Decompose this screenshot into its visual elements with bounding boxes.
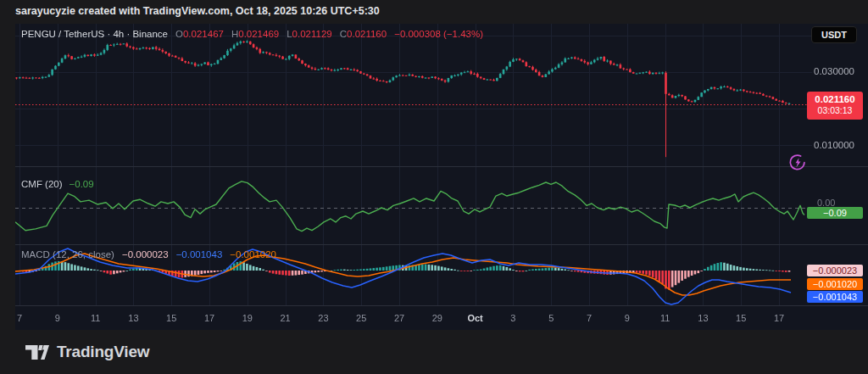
main-legend: PENGU / TetherUS · 4h · Binance O 0.0214… — [21, 29, 483, 39]
open-label: O — [175, 29, 183, 39]
time-tick: 11 — [660, 313, 670, 323]
time-tick: 13 — [698, 313, 708, 323]
tradingview-logo[interactable]: TradingView — [25, 343, 149, 361]
low-value: 0.021129 — [292, 29, 332, 39]
high-label: H — [231, 29, 238, 39]
tradingview-logo-icon — [25, 345, 49, 360]
close-value: 0.021160 — [347, 29, 387, 39]
time-tick: 9 — [55, 313, 60, 323]
attribution-text: sarayucyzie created with TradingView.com… — [15, 5, 380, 17]
attribution-bar: sarayucyzie created with TradingView.com… — [0, 0, 868, 24]
time-tick: 29 — [432, 313, 442, 323]
price-tick-bottom: 0.010000 — [814, 140, 854, 150]
close-label: C — [340, 29, 347, 39]
open-value: 0.021467 — [183, 29, 224, 39]
cmf-badge: −0.09 — [807, 207, 863, 219]
time-tick: 7 — [17, 313, 22, 323]
time-tick: 23 — [318, 313, 328, 323]
time-tick: 19 — [242, 313, 253, 323]
time-tick: 3 — [510, 313, 515, 323]
cmf-legend: CMF (20) −0.09 — [21, 179, 94, 189]
bar-countdown: 03:03:13 — [807, 105, 863, 116]
high-value: 0.021469 — [238, 29, 279, 39]
chart-canvas[interactable] — [15, 24, 868, 330]
time-tick: 13 — [128, 313, 138, 323]
chart-panel: PENGU / TetherUS · 4h · Binance O 0.0214… — [15, 24, 868, 330]
symbol-title[interactable]: PENGU / TetherUS · 4h · Binance — [21, 29, 168, 39]
macd-label[interactable]: MACD (12, 26, close) — [21, 249, 114, 260]
time-tick: 27 — [394, 313, 404, 323]
footer: TradingView — [0, 330, 868, 374]
time-tick: 17 — [774, 313, 784, 323]
time-tick: 9 — [625, 313, 630, 323]
boost-icon[interactable] — [788, 154, 807, 172]
macd-line-badge: −0.001043 — [807, 291, 863, 303]
time-axis[interactable]: 7911131517192123252729Oct357911131517 — [15, 305, 868, 330]
time-tick: 5 — [548, 313, 554, 323]
macd-hist-badge: −0.000023 — [807, 265, 863, 276]
macd-signal-value: −0.001020 — [230, 249, 276, 260]
time-tick: 17 — [204, 313, 214, 323]
tradingview-wordmark: TradingView — [57, 343, 149, 361]
last-price-badge: 0.021160 03:03:13 — [807, 92, 863, 120]
price-tick-top: 0.030000 — [814, 66, 854, 76]
macd-signal-badge: −0.001020 — [807, 278, 863, 290]
last-price-value: 0.021160 — [807, 93, 863, 105]
macd-legend: MACD (12, 26, close) −0.000023 −0.001043… — [21, 249, 276, 260]
time-tick: 15 — [166, 313, 176, 323]
cmf-value: −0.09 — [70, 179, 94, 189]
time-tick: 25 — [356, 313, 366, 323]
currency-toggle-badge[interactable]: USDT — [811, 26, 857, 43]
time-tick: 11 — [91, 313, 100, 323]
cmf-label[interactable]: CMF (20) — [21, 179, 63, 189]
macd-line-value: −0.001043 — [176, 249, 223, 260]
macd-hist-value: −0.000023 — [122, 249, 169, 260]
time-tick: 15 — [736, 313, 746, 323]
time-tick: Oct — [467, 313, 482, 323]
change-value: −0.000308 (−1.43%) — [394, 29, 483, 39]
time-tick: 7 — [587, 313, 592, 323]
time-tick: 21 — [280, 313, 290, 323]
